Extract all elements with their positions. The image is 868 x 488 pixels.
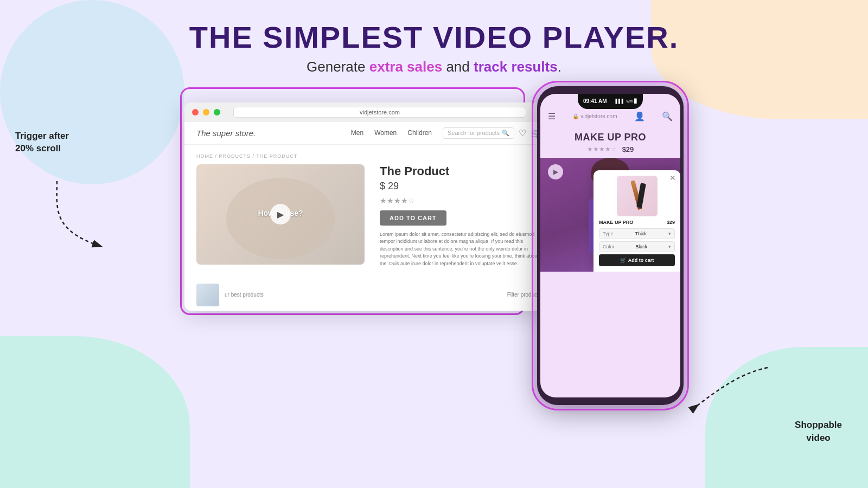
subtitle-after: . <box>558 59 561 75</box>
phone-frame: 09:41 AM ▌▌▌ wifi ▊ ☰ 🔒 <box>537 86 684 405</box>
signal-icon: ▌▌▌ <box>615 99 624 104</box>
store-content: HOME / PRODUCTS / THE PRODUCT How to use… <box>184 145 553 279</box>
phone-price: $29 <box>622 145 634 153</box>
phone-screen: ☰ 🔒 vidjetstore.com 👤 🔍 MAKE UP PRO <box>540 94 680 397</box>
product-popup: ✕ MAKE UP PRO $29 <box>593 170 680 272</box>
phone-time: 09:41 AM <box>583 98 607 104</box>
subtitle-highlight1: extra sales <box>369 59 442 75</box>
subtitle-middle: and <box>442 59 474 75</box>
trigger-annotation: Trigger after 20% scroll <box>15 130 69 156</box>
popup-color-select[interactable]: Color Black ▾ <box>599 241 675 252</box>
breadcrumb: HOME / PRODUCTS / THE PRODUCT <box>196 153 541 159</box>
store-logo: The super store. <box>196 129 256 138</box>
popup-product-name: MAKE UP PRO <box>599 220 633 225</box>
popup-name-row: MAKE UP PRO $29 <box>599 220 675 225</box>
popup-product-image <box>617 176 658 216</box>
phone-product-title: MAKE UP PRO <box>540 126 680 145</box>
browser-dot-yellow[interactable] <box>203 109 209 115</box>
nav-women[interactable]: Women <box>374 129 397 137</box>
product-description: Lorem ipsum dolor sit amet, consectetur … <box>380 231 541 268</box>
popup-type-select[interactable]: Type Thick ▾ <box>599 228 675 239</box>
trigger-scroll: 20% scroll <box>15 143 61 153</box>
trigger-label: Trigger after <box>15 131 69 141</box>
product-main-area: How to use? ▶ The Product $ 29 ★★★★☆ AD <box>196 164 541 270</box>
subtitle: Generate extra sales and track results. <box>189 59 679 75</box>
browser-play-button[interactable]: ▶ <box>270 204 291 224</box>
type-value: Thick <box>635 231 647 236</box>
lock-icon: 🔒 <box>572 113 579 119</box>
type-dropdown-icon: ▾ <box>668 231 671 236</box>
browser-mockup: vidjetstore.com ↻ The super store. Men W… <box>184 102 553 311</box>
browser-wrapper: vidjetstore.com ↻ The super store. Men W… <box>184 92 521 311</box>
phone-status-icons: ▌▌▌ wifi ▊ <box>615 99 637 104</box>
product-stars: ★★★★☆ <box>380 196 541 205</box>
cart-icon: 🛒 <box>620 258 626 263</box>
add-to-cart-label: Add to cart <box>628 258 654 263</box>
url-text: vidjetstore.com <box>580 113 617 119</box>
wifi-icon: wifi <box>626 99 633 104</box>
arrow-left <box>46 176 133 254</box>
phone-notch: 09:41 AM ▌▌▌ wifi ▊ <box>578 94 643 109</box>
add-to-cart-button[interactable]: ADD TO CART <box>380 210 446 226</box>
popup-close-button[interactable]: ✕ <box>669 174 676 182</box>
phone-menu-icon[interactable]: ☰ <box>548 111 556 121</box>
search-icon: 🔍 <box>502 130 509 137</box>
phone-search-icon[interactable]: 🔍 <box>662 111 673 121</box>
mockups-container: Trigger after 20% scroll <box>0 86 868 488</box>
store-nav-links: Men Women Children <box>351 129 432 137</box>
store-nav: The super store. Men Women Children Sear… <box>184 122 553 145</box>
heart-icon[interactable]: ♡ <box>519 128 526 138</box>
phone-store-url: 🔒 vidjetstore.com <box>572 113 617 119</box>
color-value: Black <box>635 244 647 249</box>
search-placeholder: Search for products <box>448 130 500 136</box>
best-products-label: ur best products <box>225 292 264 298</box>
product-price: $ 29 <box>380 181 541 192</box>
phone-user-icon[interactable]: 👤 <box>634 111 645 121</box>
browser-topbar: vidjetstore.com ↻ <box>184 102 553 122</box>
color-label: Color <box>603 244 615 249</box>
phone-video-area[interactable]: ▶ ✕ MAKE UP PRO $29 <box>540 158 680 272</box>
shoppable-label: Shoppable <box>795 420 842 430</box>
arrow-left-svg <box>46 176 133 252</box>
phone-border-wrapper: 09:41 AM ▌▌▌ wifi ▊ ☰ 🔒 <box>537 86 684 405</box>
product-thumbnail <box>196 284 219 306</box>
nav-children[interactable]: Children <box>407 129 432 137</box>
phone-stars: ★★★★☆ <box>587 145 617 153</box>
browser-url-bar[interactable]: vidjetstore.com <box>233 107 526 118</box>
page-content: THE SIMPLEST VIDEO PLAYER. Generate extr… <box>0 0 868 488</box>
page-title: THE SIMPLEST VIDEO PLAYER. <box>189 21 679 54</box>
arrow-right <box>686 357 773 424</box>
popup-product-price: $29 <box>667 220 675 225</box>
popup-add-to-cart-button[interactable]: 🛒 Add to cart <box>599 254 675 266</box>
nav-men[interactable]: Men <box>351 129 363 137</box>
product-left: HOME / PRODUCTS / THE PRODUCT How to use… <box>196 153 541 270</box>
header-section: THE SIMPLEST VIDEO PLAYER. Generate extr… <box>189 21 679 75</box>
battery-icon: ▊ <box>634 99 637 104</box>
phone-mockup: 09:41 AM ▌▌▌ wifi ▊ ☰ 🔒 <box>537 86 684 405</box>
browser-dot-green[interactable] <box>214 109 220 115</box>
store-search[interactable]: Search for products 🔍 <box>443 127 514 139</box>
product-info: The Product $ 29 ★★★★☆ ADD TO CART Lorem… <box>380 164 541 270</box>
browser-dot-red[interactable] <box>192 109 199 115</box>
arrow-right-svg <box>686 357 773 422</box>
color-dropdown-icon: ▾ <box>668 244 671 249</box>
shoppable-video: video <box>806 433 830 443</box>
type-label: Type <box>603 231 614 236</box>
phone-play-button[interactable]: ▶ <box>548 164 563 179</box>
subtitle-highlight2: track results <box>474 59 558 75</box>
browser-video-player[interactable]: How to use? ▶ <box>196 164 365 265</box>
store-bottom: ur best products Filter products <box>184 279 553 311</box>
shoppable-annotation: Shoppable video <box>795 419 842 445</box>
product-title: The Product <box>380 164 541 178</box>
subtitle-before: Generate <box>307 59 369 75</box>
phone-price-stars: ★★★★☆ $29 <box>540 145 680 158</box>
